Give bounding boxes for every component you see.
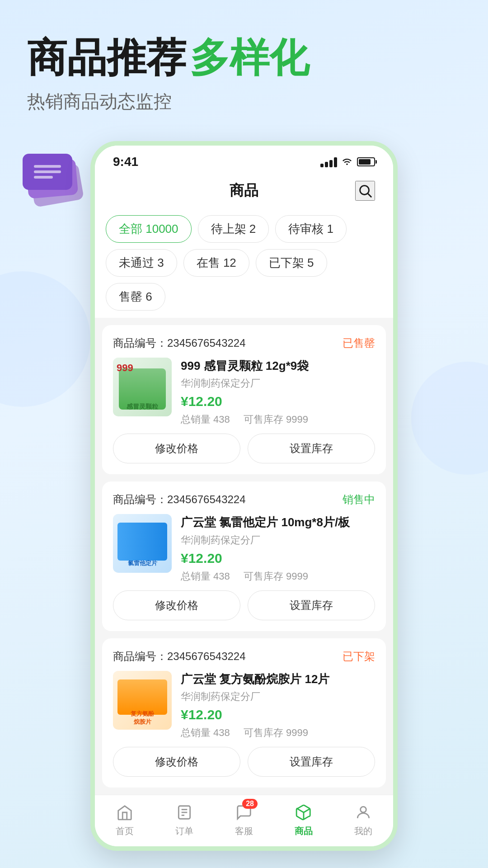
set-stock-btn-3[interactable]: 设置库存 <box>248 747 375 777</box>
product-price-1: ¥12.20 <box>181 394 375 409</box>
profile-icon <box>353 802 373 822</box>
title-black: 商品推荐 <box>27 36 186 80</box>
stock-3: 可售库存 9999 <box>244 726 308 740</box>
title-green: 多样化 <box>190 36 309 80</box>
product-card-1: 商品编号：2345676543224 已售罄 999 感冒灵颗粒 12g*9袋 … <box>102 325 386 474</box>
product-card-header-1: 商品编号：2345676543224 已售罄 <box>113 336 375 350</box>
nav-item-profile[interactable]: 我的 <box>353 802 373 837</box>
product-info-1: 999 感冒灵颗粒 12g*9袋 华润制药保定分厂 ¥12.20 总销量 438… <box>113 358 375 426</box>
filter-tab-failed[interactable]: 未通过 3 <box>106 249 177 277</box>
set-stock-btn-1[interactable]: 设置库存 <box>248 434 375 463</box>
app-title: 商品 <box>230 181 258 201</box>
total-sales-1: 总销量 438 <box>181 413 230 426</box>
disclaimer: 本图仅为示例，图中数据或活动以APP内公示为准 <box>0 851 488 868</box>
modify-price-btn-3[interactable]: 修改价格 <box>113 747 240 777</box>
filter-tab-on-sale[interactable]: 在售 12 <box>183 249 249 277</box>
app-header: 商品 <box>95 174 393 208</box>
filter-tabs: 全部 10000 待上架 2 待审核 1 未通过 3 在售 12 已下架 5 售… <box>95 208 393 318</box>
product-icon <box>294 802 314 822</box>
modify-price-btn-2[interactable]: 修改价格 <box>113 590 240 620</box>
product-card-header-3: 商品编号：2345676543224 已下架 <box>113 649 375 664</box>
product-id-1: 商品编号：2345676543224 <box>113 336 246 350</box>
filter-tab-all[interactable]: 全部 10000 <box>106 215 192 243</box>
battery-icon <box>357 157 375 166</box>
search-button[interactable] <box>355 181 375 201</box>
product-name-2: 广云堂 氯雷他定片 10mg*8片/板 <box>181 514 375 530</box>
nav-item-service[interactable]: 28 客服 <box>234 802 254 837</box>
filter-tab-sold-out[interactable]: 售罄 6 <box>106 283 165 311</box>
product-info-2: 广云堂 氯雷他定片 10mg*8片/板 华润制药保定分厂 ¥12.20 总销量 … <box>113 514 375 583</box>
product-image-3 <box>113 671 172 730</box>
nav-item-home[interactable]: 首页 <box>115 802 135 837</box>
service-icon: 28 <box>234 802 254 822</box>
order-icon <box>174 802 194 822</box>
product-name-3: 广云堂 复方氨酚烷胺片 12片 <box>181 671 375 687</box>
nav-label-home: 首页 <box>116 825 134 837</box>
nav-label-service: 客服 <box>235 825 253 837</box>
product-stats-3: 总销量 438 可售库存 9999 <box>181 726 375 740</box>
product-stats-1: 总销量 438 可售库存 9999 <box>181 413 375 426</box>
product-name-1: 999 感冒灵颗粒 12g*9袋 <box>181 358 375 374</box>
product-card-header-2: 商品编号：2345676543224 销售中 <box>113 492 375 507</box>
status-bar: 9:41 <box>95 146 393 174</box>
product-details-2: 广云堂 氯雷他定片 10mg*8片/板 华润制药保定分厂 ¥12.20 总销量 … <box>181 514 375 583</box>
product-info-3: 广云堂 复方氨酚烷胺片 12片 华润制药保定分厂 ¥12.20 总销量 438 … <box>113 671 375 740</box>
product-price-2: ¥12.20 <box>181 551 375 566</box>
product-actions-2: 修改价格 设置库存 <box>113 590 375 620</box>
product-image-2 <box>113 514 172 573</box>
svg-point-0 <box>360 185 369 194</box>
phone-mockup: 9:41 <box>90 141 398 851</box>
filter-tab-pending-shelf[interactable]: 待上架 2 <box>198 215 269 243</box>
status-icons <box>320 156 375 168</box>
product-list: 商品编号：2345676543224 已售罄 999 感冒灵颗粒 12g*9袋 … <box>95 318 393 795</box>
product-manufacturer-3: 华润制药保定分厂 <box>181 690 375 703</box>
wifi-icon <box>341 156 353 168</box>
nav-item-order[interactable]: 订单 <box>174 802 194 837</box>
product-details-3: 广云堂 复方氨酚烷胺片 12片 华润制药保定分厂 ¥12.20 总销量 438 … <box>181 671 375 740</box>
service-badge: 28 <box>242 799 258 809</box>
product-status-1: 已售罄 <box>343 336 375 350</box>
product-actions-3: 修改价格 设置库存 <box>113 747 375 777</box>
nav-label-profile: 我的 <box>354 825 372 837</box>
filter-tab-pending-review[interactable]: 待审核 1 <box>275 215 347 243</box>
total-sales-2: 总销量 438 <box>181 570 230 583</box>
product-details-1: 999 感冒灵颗粒 12g*9袋 华润制药保定分厂 ¥12.20 总销量 438… <box>181 358 375 426</box>
product-card-3: 商品编号：2345676543224 已下架 广云堂 复方氨酚烷胺片 12片 华… <box>102 638 386 788</box>
status-time: 9:41 <box>113 155 138 169</box>
filter-tab-off-shelf[interactable]: 已下架 5 <box>256 249 327 277</box>
product-image-1 <box>113 358 172 416</box>
bottom-navigation: 首页 订单 28 <box>95 795 393 846</box>
svg-point-7 <box>361 807 366 812</box>
product-price-3: ¥12.20 <box>181 707 375 722</box>
nav-label-order: 订单 <box>175 825 193 837</box>
total-sales-3: 总销量 438 <box>181 726 230 740</box>
home-icon <box>115 802 135 822</box>
phone-container: 9:41 <box>0 141 488 851</box>
svg-line-1 <box>368 193 371 197</box>
product-status-2: 销售中 <box>343 492 375 507</box>
nav-item-product[interactable]: 商品 <box>294 802 314 837</box>
product-manufacturer-1: 华润制药保定分厂 <box>181 377 375 390</box>
product-stats-2: 总销量 438 可售库存 9999 <box>181 570 375 583</box>
nav-label-product: 商品 <box>295 825 313 837</box>
product-card-2: 商品编号：2345676543224 销售中 广云堂 氯雷他定片 10mg*8片… <box>102 481 386 631</box>
product-status-3: 已下架 <box>343 649 375 664</box>
modify-price-btn-1[interactable]: 修改价格 <box>113 434 240 463</box>
product-manufacturer-2: 华润制药保定分厂 <box>181 533 375 547</box>
stock-2: 可售库存 9999 <box>244 570 308 583</box>
header-section: 商品推荐 多样化 热销商品动态监控 <box>0 0 488 132</box>
main-title: 商品推荐 多样化 <box>27 36 461 80</box>
set-stock-btn-2[interactable]: 设置库存 <box>248 590 375 620</box>
product-actions-1: 修改价格 设置库存 <box>113 434 375 463</box>
product-id-2: 商品编号：2345676543224 <box>113 492 246 507</box>
product-id-3: 商品编号：2345676543224 <box>113 649 246 664</box>
signal-icon <box>320 156 337 167</box>
stock-1: 可售库存 9999 <box>244 413 308 426</box>
subtitle: 热销商品动态监控 <box>27 89 461 114</box>
